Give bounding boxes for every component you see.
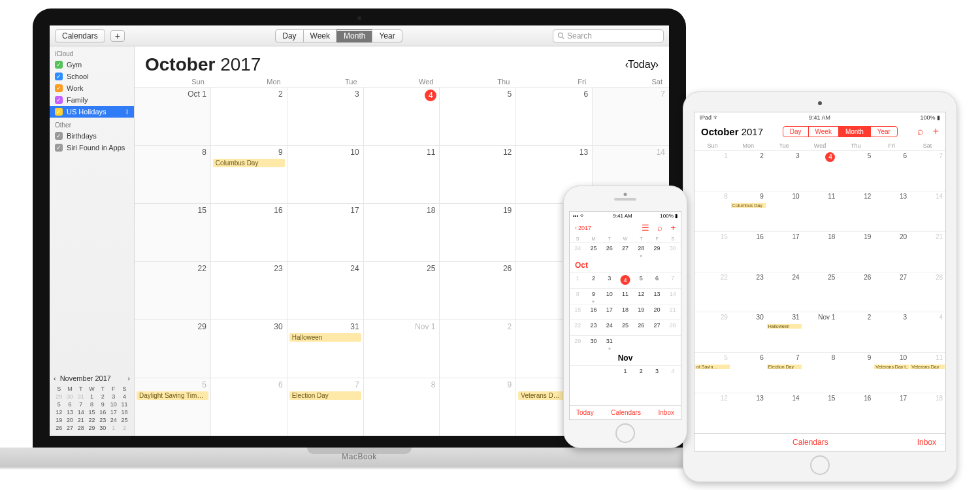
day-cell[interactable] [617, 335, 633, 351]
day-cell[interactable]: 24 [570, 242, 585, 258]
day-cell[interactable]: 13 [874, 191, 909, 231]
day-cell[interactable]: 5 [838, 150, 874, 191]
event-chip[interactable]: Veterans Day t… [874, 365, 909, 369]
view-day[interactable]: Day [783, 127, 809, 137]
day-cell[interactable]: 2 [838, 312, 874, 352]
day-cell[interactable]: 27 [617, 242, 633, 258]
day-cell[interactable]: 10Veterans Day t… [874, 352, 909, 393]
view-week[interactable]: Week [303, 29, 337, 42]
view-year[interactable]: Year [372, 29, 402, 42]
search-icon[interactable]: ⌕ [917, 125, 924, 137]
day-cell[interactable]: 30 [585, 335, 601, 351]
view-segmented[interactable]: DayWeekMonthYear [783, 126, 898, 137]
day-cell[interactable]: 15 [135, 203, 211, 261]
search-input[interactable]: Search [553, 29, 664, 42]
day-cell[interactable]: 24 [602, 319, 617, 335]
day-cell[interactable]: 3 [874, 312, 909, 352]
day-cell[interactable]: 27 [649, 319, 664, 335]
day-cell[interactable]: 16 [585, 304, 601, 319]
month-grid[interactable]: 24252627282930 [570, 242, 681, 258]
day-cell[interactable]: 4 [909, 312, 945, 352]
mini-calendar[interactable]: ‹November 2017› SMTWTFS29303112345678910… [50, 370, 134, 436]
day-cell[interactable]: 17 [874, 393, 909, 433]
day-cell[interactable]: 11Veterans Day [909, 352, 945, 393]
day-cell[interactable]: 12 [440, 145, 516, 203]
day-cell[interactable]: 6 [516, 87, 593, 145]
day-cell[interactable]: 9 [440, 378, 516, 436]
day-cell[interactable]: 13 [649, 288, 664, 304]
event-chip[interactable]: Election Day [289, 391, 361, 400]
sidebar-item-birthdays[interactable]: ✓Birthdays [50, 130, 134, 142]
day-cell[interactable]: 30 [211, 319, 287, 378]
day-cell[interactable] [602, 365, 617, 381]
sidebar-item-work[interactable]: ✓Work [50, 82, 134, 94]
view-segmented[interactable]: DayWeekMonthYear [275, 29, 402, 42]
day-cell[interactable]: 21 [665, 304, 681, 319]
day-cell[interactable]: 26 [602, 242, 617, 258]
view-week[interactable]: Week [809, 127, 839, 137]
today-button[interactable]: Today [628, 59, 656, 71]
day-cell[interactable]: 12 [633, 288, 649, 304]
day-cell[interactable]: 15 [802, 393, 838, 433]
day-cell[interactable]: 25 [585, 242, 601, 258]
home-button[interactable] [810, 455, 830, 475]
day-cell[interactable] [585, 365, 601, 381]
day-cell[interactable]: 29 [135, 319, 211, 378]
day-cell[interactable]: 2 [633, 365, 649, 381]
day-cell[interactable]: 13 [730, 393, 766, 433]
day-cell[interactable]: 12 [838, 191, 874, 231]
day-cell[interactable]: 30 [730, 312, 766, 352]
day-cell[interactable]: 10 [287, 145, 364, 203]
day-cell[interactable]: 22 [694, 272, 730, 312]
day-cell[interactable]: 31 [602, 335, 617, 351]
day-cell[interactable]: 20 [874, 231, 909, 272]
day-cell[interactable]: 8 [570, 288, 585, 304]
event-chip[interactable]: Columbus Day [731, 203, 766, 208]
day-cell[interactable]: 19 [838, 231, 874, 272]
day-cell[interactable]: 28 [909, 272, 945, 312]
day-cell[interactable]: 5Daylight Saving Time… [135, 378, 211, 436]
day-cell[interactable]: 3 [649, 365, 664, 381]
day-cell[interactable]: 21 [909, 231, 945, 272]
checkbox-icon[interactable]: ✓ [55, 61, 63, 69]
day-cell[interactable]: 22 [135, 261, 211, 319]
day-cell[interactable]: 16 [838, 393, 874, 433]
day-cell[interactable]: 9 [585, 288, 601, 304]
month-grid[interactable]: 123456789Columbus Day1011121314151617181… [694, 150, 945, 433]
day-cell[interactable]: 4 [617, 272, 633, 288]
day-cell[interactable]: Oct 1 [135, 87, 211, 145]
event-chip[interactable]: Election Day [767, 365, 802, 369]
day-cell[interactable]: 6 [211, 378, 287, 436]
day-cell[interactable]: 17 [287, 203, 364, 261]
checkbox-icon[interactable]: ✓ [55, 96, 63, 104]
day-cell[interactable]: 18 [802, 231, 838, 272]
day-cell[interactable]: 9 [838, 352, 874, 393]
checkbox-icon[interactable]: ✓ [55, 144, 63, 152]
day-cell[interactable]: 30 [665, 242, 681, 258]
day-cell[interactable]: 16 [730, 231, 766, 272]
add-icon[interactable]: + [933, 125, 939, 137]
day-cell[interactable]: 7 [593, 87, 669, 145]
day-cell[interactable]: 2 [440, 319, 516, 378]
sidebar-item-family[interactable]: ✓Family [50, 94, 134, 106]
event-chip[interactable]: Columbus Day [213, 159, 285, 167]
day-cell[interactable]: 6 [649, 272, 664, 288]
sidebar-item-gym[interactable]: ✓Gym [50, 59, 134, 71]
day-cell[interactable]: 23 [585, 319, 601, 335]
chevron-left-icon[interactable]: ‹ [54, 374, 56, 382]
day-cell[interactable]: 9Columbus Day [211, 145, 287, 203]
day-cell[interactable]: 24 [287, 261, 364, 319]
event-chip[interactable]: Halloween [289, 333, 361, 342]
day-cell[interactable]: 2 [730, 150, 766, 191]
day-cell[interactable]: 18 [617, 304, 633, 319]
day-cell[interactable]: 9Columbus Day [730, 191, 766, 231]
bottom-tabs[interactable]: TodayCalendarsInbox [570, 405, 681, 419]
day-cell[interactable]: 2 [585, 272, 601, 288]
day-cell[interactable]: 17 [602, 304, 617, 319]
day-cell[interactable]: 29 [649, 242, 664, 258]
day-cell[interactable]: 8 [802, 352, 838, 393]
day-cell[interactable]: 8 [364, 378, 440, 436]
checkbox-icon[interactable]: ✓ [55, 132, 63, 140]
day-cell[interactable]: 12 [694, 393, 730, 433]
day-cell[interactable]: 4 [364, 87, 440, 145]
